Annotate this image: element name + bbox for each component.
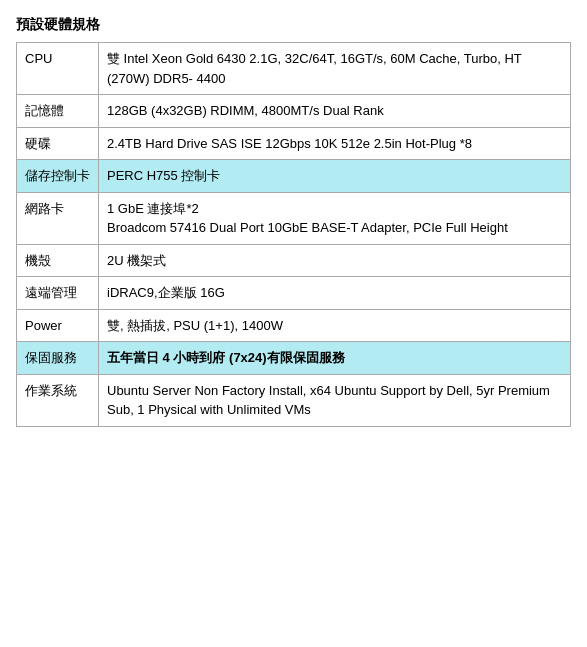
- table-row: 硬碟2.4TB Hard Drive SAS ISE 12Gbps 10K 51…: [17, 127, 571, 160]
- spec-label: Power: [17, 309, 99, 342]
- spec-label: 儲存控制卡: [17, 160, 99, 193]
- table-row: 儲存控制卡PERC H755 控制卡: [17, 160, 571, 193]
- page-title: 預設硬體規格: [16, 16, 571, 34]
- spec-value: iDRAC9,企業版 16G: [99, 277, 571, 310]
- spec-value: 2.4TB Hard Drive SAS ISE 12Gbps 10K 512e…: [99, 127, 571, 160]
- spec-label: 保固服務: [17, 342, 99, 375]
- table-row: 保固服務五年當日 4 小時到府 (7x24)有限保固服務: [17, 342, 571, 375]
- table-row: 遠端管理iDRAC9,企業版 16G: [17, 277, 571, 310]
- table-row: 記憶體128GB (4x32GB) RDIMM, 4800MT/s Dual R…: [17, 95, 571, 128]
- spec-label: 網路卡: [17, 192, 99, 244]
- table-row: 網路卡1 GbE 連接埠*2Broadcom 57416 Dual Port 1…: [17, 192, 571, 244]
- spec-label: 機殼: [17, 244, 99, 277]
- table-row: 作業系統Ubuntu Server Non Factory Install, x…: [17, 374, 571, 426]
- spec-value: 1 GbE 連接埠*2Broadcom 57416 Dual Port 10Gb…: [99, 192, 571, 244]
- spec-value: 雙 Intel Xeon Gold 6430 2.1G, 32C/64T, 16…: [99, 43, 571, 95]
- spec-value: 雙, 熱插拔, PSU (1+1), 1400W: [99, 309, 571, 342]
- spec-value: PERC H755 控制卡: [99, 160, 571, 193]
- table-row: CPU雙 Intel Xeon Gold 6430 2.1G, 32C/64T,…: [17, 43, 571, 95]
- spec-value: Ubuntu Server Non Factory Install, x64 U…: [99, 374, 571, 426]
- spec-label: 記憶體: [17, 95, 99, 128]
- spec-label: 作業系統: [17, 374, 99, 426]
- spec-value: 128GB (4x32GB) RDIMM, 4800MT/s Dual Rank: [99, 95, 571, 128]
- table-row: 機殼2U 機架式: [17, 244, 571, 277]
- spec-label: 遠端管理: [17, 277, 99, 310]
- spec-label: CPU: [17, 43, 99, 95]
- spec-label: 硬碟: [17, 127, 99, 160]
- spec-value: 五年當日 4 小時到府 (7x24)有限保固服務: [99, 342, 571, 375]
- table-row: Power雙, 熱插拔, PSU (1+1), 1400W: [17, 309, 571, 342]
- spec-value: 2U 機架式: [99, 244, 571, 277]
- specs-table: CPU雙 Intel Xeon Gold 6430 2.1G, 32C/64T,…: [16, 42, 571, 427]
